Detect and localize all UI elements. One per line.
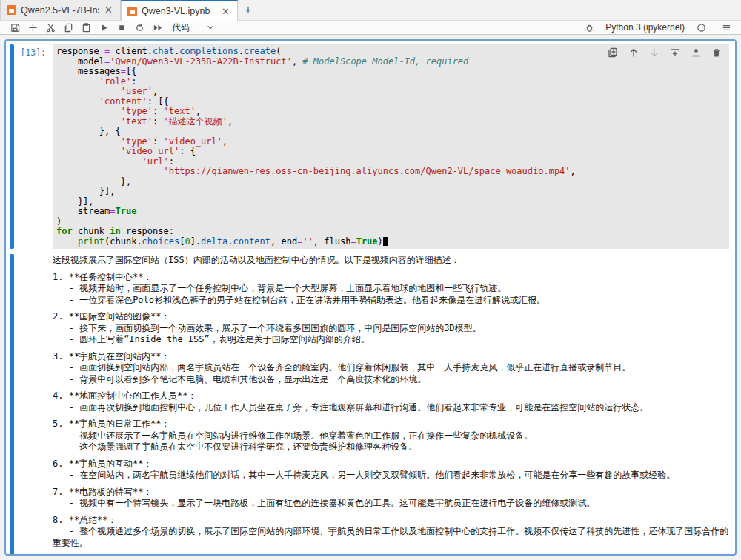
save-icon[interactable] [6, 21, 24, 34]
debugger-icon[interactable] [580, 21, 598, 34]
tab-qwen3-vl-notebook[interactable]: Qwen3-VL.ipynb ✕ [121, 0, 238, 21]
cell-input-area: [13]: response = client.chat.completions… [10, 44, 729, 249]
execution-count-prompt: [13]: [14, 44, 53, 249]
notebook-panel: [13]: response = client.chat.completions… [0, 35, 741, 559]
chevron-down-icon [206, 23, 215, 32]
cell-type-label: 代码 [172, 21, 190, 34]
cell-toolbar [607, 47, 722, 58]
code-editor[interactable]: response = client.chat.completions.creat… [53, 44, 729, 249]
notebook-file-icon [127, 7, 137, 16]
cell-type-dropdown[interactable]: 代码 [172, 21, 215, 34]
code-editor-content: response = client.chat.completions.creat… [56, 47, 725, 247]
kernel-name[interactable]: Python 3 (ipykernel) [605, 22, 685, 33]
tab-label: Qwen2.5-VL-7B-Instruct.ip [21, 5, 99, 16]
new-tab-button[interactable]: + [238, 0, 259, 20]
tab-label: Qwen3-VL.ipynb [142, 6, 216, 16]
tab-qwen25-vl-notebook[interactable]: Qwen2.5-VL-7B-Instruct.ip ✕ [0, 0, 121, 20]
notebook-file-icon [7, 5, 16, 15]
insert-above-icon[interactable] [669, 47, 680, 58]
notebook-toolbar: 代码 Python 3 (ipykernel) [0, 21, 741, 35]
stop-icon[interactable] [113, 21, 130, 34]
delete-cell-icon[interactable] [711, 47, 722, 58]
paste-icon[interactable] [77, 21, 95, 34]
close-icon[interactable]: ✕ [220, 6, 231, 17]
menu-icon[interactable] [717, 21, 735, 34]
move-up-icon[interactable] [628, 47, 639, 58]
active-code-cell[interactable]: [13]: response = client.chat.completions… [4, 39, 737, 556]
output-prompt-gutter [14, 254, 53, 556]
copy-icon[interactable] [59, 21, 77, 34]
restart-kernel-icon[interactable] [130, 21, 148, 34]
kernel-status-icon[interactable] [692, 21, 710, 34]
close-icon[interactable]: ✕ [103, 4, 114, 16]
insert-below-icon[interactable] [690, 47, 701, 58]
insert-cell-icon[interactable] [24, 21, 41, 34]
move-down-icon[interactable] [648, 47, 659, 58]
run-icon[interactable] [95, 21, 113, 34]
tab-bar: Qwen2.5-VL-7B-Instruct.ip ✕ Qwen3-VL.ipy… [0, 0, 741, 21]
cell-output-area: 这段视频展示了国际空间站（ISS）内部的活动以及地面控制中心的情况。以下是视频内… [10, 254, 729, 556]
duplicate-cell-icon[interactable] [607, 47, 618, 58]
output-text: 这段视频展示了国际空间站（ISS）内部的活动以及地面控制中心的情况。以下是视频内… [53, 254, 729, 556]
cut-icon[interactable] [41, 21, 59, 34]
run-all-icon[interactable] [148, 21, 166, 34]
